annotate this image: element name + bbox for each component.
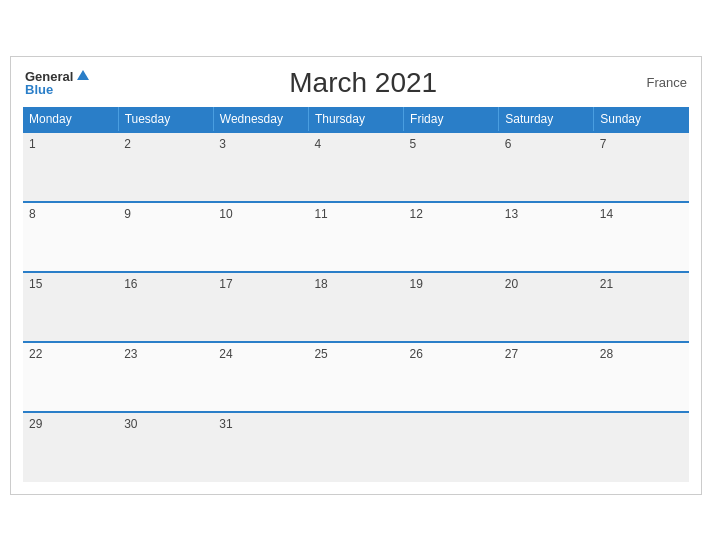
- day-number: 17: [219, 277, 302, 291]
- calendar-day-cell: 29: [23, 412, 118, 482]
- day-number: 13: [505, 207, 588, 221]
- calendar-day-cell: 10: [213, 202, 308, 272]
- calendar-day-cell: 1: [23, 132, 118, 202]
- calendar-day-cell: 26: [404, 342, 499, 412]
- weekday-header-wednesday: Wednesday: [213, 107, 308, 132]
- calendar-header: General Blue March 2021 France: [23, 67, 689, 99]
- calendar-day-cell: 28: [594, 342, 689, 412]
- day-number: 23: [124, 347, 207, 361]
- calendar-day-cell: 9: [118, 202, 213, 272]
- calendar-day-cell: 24: [213, 342, 308, 412]
- weekday-header-monday: Monday: [23, 107, 118, 132]
- logo: General Blue: [25, 70, 89, 96]
- day-number: 31: [219, 417, 302, 431]
- day-number: 29: [29, 417, 112, 431]
- calendar-day-cell: 13: [499, 202, 594, 272]
- calendar-day-cell: 23: [118, 342, 213, 412]
- day-number: 8: [29, 207, 112, 221]
- calendar-day-cell: 4: [308, 132, 403, 202]
- day-number: 12: [410, 207, 493, 221]
- day-number: 14: [600, 207, 683, 221]
- weekday-header-saturday: Saturday: [499, 107, 594, 132]
- calendar-day-cell: 21: [594, 272, 689, 342]
- calendar-day-cell: 11: [308, 202, 403, 272]
- calendar-day-cell: 22: [23, 342, 118, 412]
- day-number: 5: [410, 137, 493, 151]
- day-number: 30: [124, 417, 207, 431]
- calendar-day-cell: 25: [308, 342, 403, 412]
- day-number: 27: [505, 347, 588, 361]
- day-number: 19: [410, 277, 493, 291]
- calendar-day-cell: 30: [118, 412, 213, 482]
- day-number: 21: [600, 277, 683, 291]
- weekday-header-row: MondayTuesdayWednesdayThursdayFridaySatu…: [23, 107, 689, 132]
- calendar-day-cell: 7: [594, 132, 689, 202]
- weekday-header-thursday: Thursday: [308, 107, 403, 132]
- weekday-header-tuesday: Tuesday: [118, 107, 213, 132]
- day-number: 25: [314, 347, 397, 361]
- calendar-day-cell: 5: [404, 132, 499, 202]
- day-number: 20: [505, 277, 588, 291]
- calendar-day-cell: [499, 412, 594, 482]
- logo-general-text: General: [25, 70, 73, 83]
- logo-triangle-icon: [77, 70, 89, 80]
- calendar-day-cell: [594, 412, 689, 482]
- day-number: 28: [600, 347, 683, 361]
- calendar-day-cell: 19: [404, 272, 499, 342]
- day-number: 26: [410, 347, 493, 361]
- day-number: 9: [124, 207, 207, 221]
- weekday-header-friday: Friday: [404, 107, 499, 132]
- calendar-day-cell: 17: [213, 272, 308, 342]
- day-number: 7: [600, 137, 683, 151]
- calendar-day-cell: [404, 412, 499, 482]
- calendar-day-cell: 18: [308, 272, 403, 342]
- day-number: 4: [314, 137, 397, 151]
- calendar-week-row: 1234567: [23, 132, 689, 202]
- country-label: France: [637, 75, 687, 90]
- day-number: 11: [314, 207, 397, 221]
- calendar-grid: MondayTuesdayWednesdayThursdayFridaySatu…: [23, 107, 689, 482]
- calendar-container: General Blue March 2021 France MondayTue…: [10, 56, 702, 495]
- logo-blue-text: Blue: [25, 83, 89, 96]
- calendar-day-cell: [308, 412, 403, 482]
- calendar-day-cell: 14: [594, 202, 689, 272]
- calendar-week-row: 891011121314: [23, 202, 689, 272]
- day-number: 1: [29, 137, 112, 151]
- day-number: 6: [505, 137, 588, 151]
- weekday-header-sunday: Sunday: [594, 107, 689, 132]
- calendar-week-row: 22232425262728: [23, 342, 689, 412]
- day-number: 10: [219, 207, 302, 221]
- day-number: 18: [314, 277, 397, 291]
- calendar-week-row: 15161718192021: [23, 272, 689, 342]
- calendar-day-cell: 8: [23, 202, 118, 272]
- calendar-day-cell: 27: [499, 342, 594, 412]
- day-number: 22: [29, 347, 112, 361]
- calendar-week-row: 293031: [23, 412, 689, 482]
- calendar-day-cell: 12: [404, 202, 499, 272]
- calendar-title: March 2021: [89, 67, 637, 99]
- day-number: 2: [124, 137, 207, 151]
- calendar-day-cell: 6: [499, 132, 594, 202]
- calendar-day-cell: 20: [499, 272, 594, 342]
- day-number: 24: [219, 347, 302, 361]
- calendar-day-cell: 15: [23, 272, 118, 342]
- calendar-day-cell: 31: [213, 412, 308, 482]
- calendar-day-cell: 3: [213, 132, 308, 202]
- day-number: 15: [29, 277, 112, 291]
- calendar-day-cell: 2: [118, 132, 213, 202]
- day-number: 3: [219, 137, 302, 151]
- day-number: 16: [124, 277, 207, 291]
- calendar-day-cell: 16: [118, 272, 213, 342]
